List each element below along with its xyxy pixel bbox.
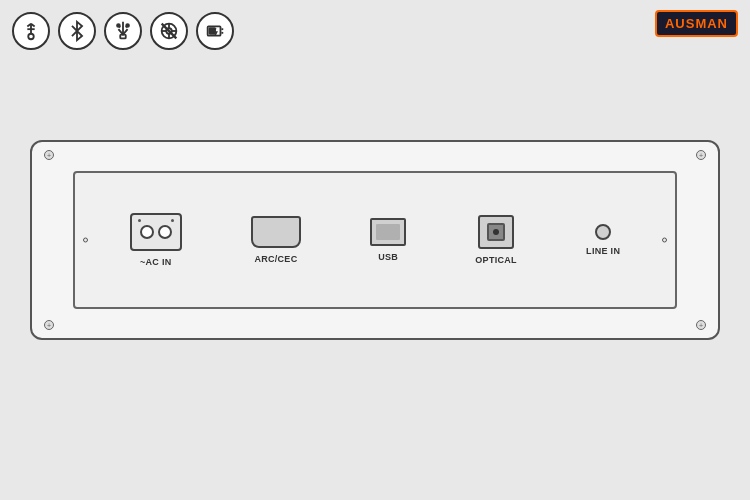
hdmi-connector [251,216,301,248]
arc-cec-label: ARC/CEC [254,254,297,264]
line-in-port-item: LINE IN [586,224,620,256]
ac-dots [138,219,174,222]
screw-top-right [696,150,706,160]
screw-bottom-right [696,320,706,330]
bluetooth-icon [58,12,96,50]
optical-label: OPTICAL [475,255,517,265]
right-indicator-dot [662,238,667,243]
optical-port-item: OPTICAL [475,215,517,265]
screw-bottom-left [44,320,54,330]
ac-dot-right [171,219,174,222]
optical-inner [487,223,505,241]
screw-top-left [44,150,54,160]
ports-panel: ~AC IN ARC/CEC USB OPTICAL [73,171,677,308]
usb-top-icon [104,12,142,50]
svg-point-0 [28,34,34,40]
ac-in-connector [130,213,182,251]
optical-connector [478,215,514,249]
svg-point-7 [126,24,129,27]
usb-connector [370,218,406,246]
back-panel-outer: ~AC IN ARC/CEC USB OPTICAL [30,140,720,340]
ac-in-label: ~AC IN [140,257,172,267]
line-in-connector [595,224,611,240]
optical-dot [493,229,499,235]
brand-logo: AUSMAN [655,10,738,37]
arc-cec-port-item: ARC/CEC [251,216,301,264]
line-in-label: LINE IN [586,246,620,256]
karaoke-icon [150,12,188,50]
svg-point-6 [117,24,120,27]
aux-in-icon [12,12,50,50]
svg-rect-5 [120,35,126,39]
ac-dot-left [138,219,141,222]
ac-in-port-item: ~AC IN [130,213,182,267]
left-indicator-dot [83,238,88,243]
top-icons-bar [12,12,234,50]
device-back-panel: ~AC IN ARC/CEC USB OPTICAL [30,140,720,340]
usb-port-item: USB [370,218,406,262]
battery-icon [196,12,234,50]
usb-label: USB [378,252,398,262]
